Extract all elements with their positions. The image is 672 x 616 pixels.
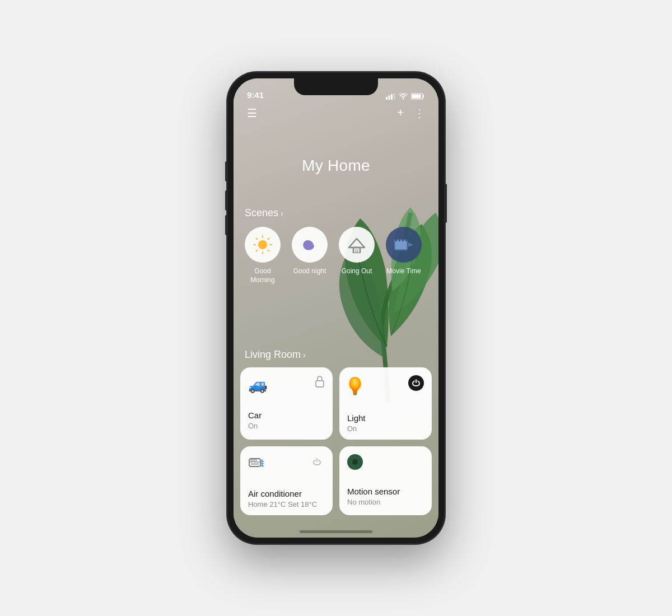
scene-circle-good-night xyxy=(292,227,328,263)
car-status: On xyxy=(248,422,325,430)
phone-frame: 9:41 xyxy=(227,72,445,544)
motion-sensor-status: No motion xyxy=(347,498,424,506)
phone-wrapper: 9:41 xyxy=(227,72,445,544)
svg-line-13 xyxy=(268,238,269,239)
device-card-top-ac xyxy=(248,454,325,472)
motion-sensor-icon xyxy=(347,454,363,470)
svg-point-33 xyxy=(254,459,256,461)
light-power-button[interactable] xyxy=(408,375,424,391)
scene-item-good-morning[interactable]: GoodMorning xyxy=(245,227,281,284)
svg-point-32 xyxy=(251,459,253,461)
scene-item-going-out[interactable]: Going Out xyxy=(339,227,375,284)
svg-rect-24 xyxy=(405,239,407,241)
svg-rect-1 xyxy=(389,96,390,100)
scenes-chevron: › xyxy=(281,209,283,218)
living-room-chevron: › xyxy=(303,351,306,360)
scene-label-good-morning: GoodMorning xyxy=(250,267,274,284)
scene-item-movie-time[interactable]: Movie Time xyxy=(386,227,422,284)
scene-item-good-night[interactable]: Good night xyxy=(292,227,328,284)
more-icon[interactable]: ⋮ xyxy=(414,106,425,120)
device-card-ac[interactable]: Air conditioner Home 21°C Set 18°C xyxy=(240,446,333,515)
svg-rect-21 xyxy=(395,239,397,241)
svg-marker-15 xyxy=(349,239,365,248)
ac-power-button[interactable] xyxy=(309,454,325,470)
svg-point-6 xyxy=(258,240,267,249)
svg-rect-23 xyxy=(402,239,404,241)
device-card-top-light xyxy=(347,375,424,396)
status-time: 9:41 xyxy=(247,90,264,100)
scene-label-good-night: Good night xyxy=(293,267,326,276)
svg-rect-19 xyxy=(395,240,407,249)
living-room-header[interactable]: Living Room › xyxy=(234,349,438,367)
scene-label-going-out: Going Out xyxy=(342,267,372,276)
device-card-motion-sensor[interactable]: Motion sensor No motion xyxy=(339,446,432,515)
svg-rect-2 xyxy=(391,94,393,100)
living-room-section: Living Room › 🚙 xyxy=(234,349,438,538)
living-room-label: Living Room xyxy=(245,349,301,361)
svg-rect-27 xyxy=(353,391,357,393)
scene-label-movie-time: Movie Time xyxy=(386,267,421,276)
status-icons xyxy=(386,93,425,100)
menu-icon[interactable]: ☰ xyxy=(247,106,257,120)
svg-rect-0 xyxy=(386,97,388,100)
device-card-car[interactable]: 🚙 Car On xyxy=(240,367,333,440)
toolbar: ☰ + ⋮ xyxy=(234,106,438,120)
car-name: Car xyxy=(248,410,325,420)
ac-status: Home 21°C Set 18°C xyxy=(248,500,325,508)
svg-rect-29 xyxy=(353,394,357,395)
home-title: My Home xyxy=(234,157,438,175)
svg-rect-17 xyxy=(355,249,358,253)
scenes-section: Scenes › xyxy=(234,207,438,284)
battery-icon xyxy=(411,93,425,100)
svg-line-14 xyxy=(256,250,257,251)
bulb-icon xyxy=(347,375,363,396)
svg-rect-28 xyxy=(353,393,357,394)
svg-rect-3 xyxy=(394,93,395,100)
svg-line-11 xyxy=(256,238,257,239)
scenes-row: GoodMorning Good night xyxy=(245,227,427,284)
lock-icon xyxy=(315,375,325,390)
svg-line-12 xyxy=(268,250,269,251)
motion-sensor-name: Motion sensor xyxy=(347,487,424,496)
phone-screen: 9:41 xyxy=(234,78,438,538)
scenes-header[interactable]: Scenes › xyxy=(245,207,427,219)
device-card-top-motion xyxy=(347,454,424,470)
device-card-light[interactable]: Light On xyxy=(339,367,432,440)
car-icon: 🚙 xyxy=(248,375,268,394)
device-card-top-car: 🚙 xyxy=(248,375,325,394)
svg-rect-5 xyxy=(412,95,421,99)
scene-circle-going-out xyxy=(339,227,375,263)
svg-rect-22 xyxy=(399,239,400,241)
scene-circle-good-morning xyxy=(245,227,281,263)
ac-name: Air conditioner xyxy=(248,489,325,498)
light-name: Light xyxy=(347,413,424,423)
add-icon[interactable]: + xyxy=(397,106,404,120)
scenes-label: Scenes xyxy=(245,207,278,219)
wifi-icon xyxy=(399,93,408,100)
device-grid: 🚙 Car On xyxy=(234,367,438,538)
toolbar-right: + ⋮ xyxy=(397,106,425,120)
scene-circle-movie-time xyxy=(386,227,422,263)
notch xyxy=(294,78,378,95)
svg-rect-25 xyxy=(316,381,324,387)
signal-icon xyxy=(386,93,395,100)
svg-marker-20 xyxy=(408,242,413,247)
ac-icon xyxy=(248,454,266,472)
light-status: On xyxy=(347,424,424,433)
